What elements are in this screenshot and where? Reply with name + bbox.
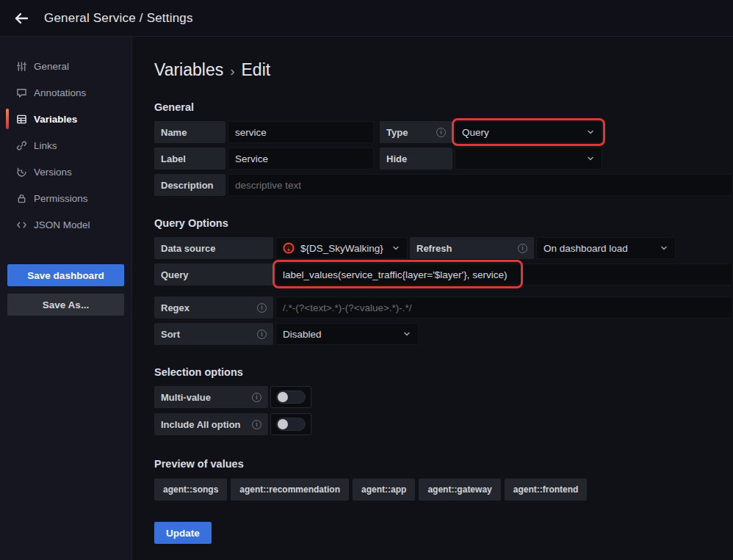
info-icon: i: [252, 393, 261, 402]
sidebar-item-annotations[interactable]: Annotations: [0, 79, 131, 106]
description-row: Description: [154, 174, 733, 196]
breadcrumb-separator: ›: [230, 62, 234, 79]
preview-value-chip: agent::frontend: [505, 479, 588, 501]
info-icon: i: [257, 303, 267, 313]
data-source-refresh-row: Data source ${DS_SkyWalking} Refresh i O…: [154, 237, 733, 259]
multi-value-toggle[interactable]: [270, 386, 311, 408]
preview-section-title: Preview of values: [154, 458, 733, 470]
comment-icon: [16, 87, 27, 98]
data-source-select[interactable]: ${DS_SkyWalking}: [275, 237, 408, 259]
link-icon: [16, 140, 27, 151]
toggle-track: [276, 390, 306, 404]
sidebar-item-permissions[interactable]: Permissions: [0, 185, 131, 211]
back-button[interactable]: [9, 6, 34, 31]
name-type-row: Name Type i Query: [154, 121, 733, 143]
sidebar-item-label: Permissions: [34, 193, 88, 204]
update-button[interactable]: Update: [154, 522, 212, 544]
lock-icon: [16, 193, 27, 204]
query-row: Query: [154, 263, 733, 286]
save-as-button[interactable]: Save As...: [7, 294, 124, 316]
description-input[interactable]: [228, 174, 733, 196]
info-icon: i: [518, 244, 527, 253]
preview-value-chip: agent::recommendation: [231, 479, 349, 501]
label-field-label: Label: [154, 148, 225, 170]
settings-sidebar: General Annotations Variables Links: [0, 37, 132, 560]
sort-field-label: Sort i: [154, 323, 273, 345]
data-source-field-label: Data source: [154, 237, 273, 259]
general-section: Name Type i Query Label Hide: [154, 121, 733, 196]
sliders-icon: [16, 61, 27, 72]
preview-values: agent::songs agent::recommendation agent…: [154, 479, 733, 501]
grid-icon: [16, 114, 27, 125]
breadcrumb-parent[interactable]: Variables: [154, 60, 223, 80]
chevron-down-icon: [391, 244, 400, 252]
sort-row: Sort i Disabled: [154, 323, 733, 345]
sidebar-item-links[interactable]: Links: [0, 132, 131, 159]
chevron-down-icon: [586, 128, 595, 137]
save-dashboard-button[interactable]: Save dashboard: [7, 264, 124, 286]
info-icon: i: [257, 330, 267, 339]
multi-value-field-label: Multi-value i: [154, 386, 268, 408]
selection-options-section-title: Selection options: [154, 366, 733, 378]
query-options-section: Data source ${DS_SkyWalking} Refresh i O…: [154, 237, 733, 345]
type-field-label: Type i: [380, 121, 452, 143]
query-input[interactable]: [275, 263, 733, 286]
sidebar-item-label: Annotations: [34, 87, 86, 98]
toggle-knob: [278, 419, 288, 429]
label-input[interactable]: [228, 148, 374, 170]
page-header: General Service / Settings: [0, 0, 733, 37]
regex-input[interactable]: [275, 297, 733, 319]
page-title: General Service / Settings: [44, 11, 193, 26]
preview-value-chip: agent::gateway: [419, 479, 500, 501]
settings-content: Variables › Edit General Name Type i Que…: [132, 37, 733, 560]
include-all-toggle[interactable]: [270, 413, 311, 435]
multi-value-row: Multi-value i: [154, 386, 733, 408]
sidebar-item-label: General: [34, 61, 69, 72]
breadcrumb: Variables › Edit: [154, 60, 733, 80]
arrow-left-icon: [13, 10, 29, 26]
sidebar-item-versions[interactable]: Versions: [0, 159, 131, 185]
refresh-field-label: Refresh i: [410, 237, 534, 259]
info-icon: i: [436, 128, 446, 137]
sort-select[interactable]: Disabled: [275, 323, 419, 345]
history-icon: [16, 167, 27, 178]
name-input[interactable]: [228, 121, 374, 143]
selection-options-section: Multi-value i Include All option i: [154, 386, 733, 435]
query-options-section-title: Query Options: [154, 217, 733, 229]
regex-field-label: Regex i: [154, 297, 273, 319]
toggle-knob: [278, 392, 288, 402]
name-field-label: Name: [154, 121, 225, 143]
info-icon: i: [252, 420, 261, 429]
settings-nav: General Annotations Variables Links: [0, 37, 131, 238]
skywalking-icon: [283, 242, 295, 254]
toggle-track: [276, 418, 306, 431]
include-all-field-label: Include All option i: [154, 413, 268, 435]
preview-value-chip: agent::songs: [154, 479, 227, 501]
chevron-down-icon: [586, 154, 595, 163]
hide-field-label: Hide: [380, 148, 452, 170]
code-brackets-icon: [16, 219, 27, 230]
chevron-down-icon: [660, 244, 668, 252]
hide-select[interactable]: [455, 148, 602, 170]
type-select[interactable]: Query: [455, 121, 602, 143]
preview-value-chip: agent::app: [353, 479, 415, 501]
general-section-title: General: [154, 101, 733, 113]
sidebar-item-label: Links: [34, 140, 57, 151]
chevron-down-icon: [402, 330, 411, 338]
label-hide-row: Label Hide: [154, 148, 733, 170]
sidebar-item-label: Versions: [34, 167, 72, 178]
description-field-label: Description: [154, 174, 225, 196]
include-all-row: Include All option i: [154, 413, 733, 435]
sidebar-item-label: JSON Model: [34, 219, 90, 230]
refresh-select[interactable]: On dashboard load: [536, 237, 676, 259]
regex-row: Regex i: [154, 297, 733, 319]
sidebar-item-variables[interactable]: Variables: [0, 106, 131, 132]
breadcrumb-current: Edit: [242, 60, 271, 80]
sidebar-item-label: Variables: [34, 114, 77, 125]
active-indicator-bar: [6, 109, 9, 129]
sidebar-item-general[interactable]: General: [0, 53, 131, 79]
query-field-label: Query: [154, 263, 273, 286]
sidebar-item-json-model[interactable]: JSON Model: [0, 211, 131, 238]
